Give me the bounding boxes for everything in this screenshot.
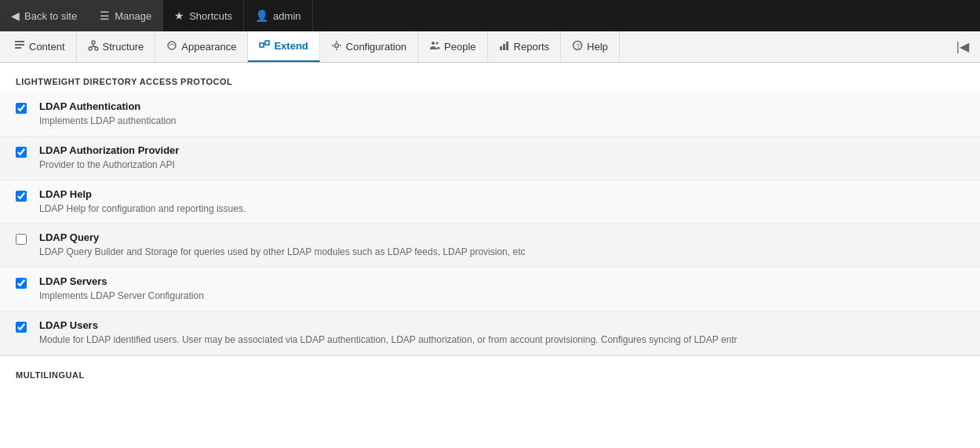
tab-extend-label: Extend: [274, 40, 308, 52]
modules-list: LDAP Authentication Implements LDAP auth…: [0, 93, 980, 355]
tab-configuration-label: Configuration: [346, 41, 406, 53]
module-name: LDAP Servers: [39, 275, 964, 287]
module-name: LDAP Authorization Provider: [39, 144, 964, 156]
admin-link[interactable]: 👤 admin: [244, 0, 312, 31]
svg-text:?: ?: [576, 42, 580, 50]
svg-rect-2: [15, 47, 21, 49]
svg-point-5: [89, 47, 92, 50]
module-description: Implements LDAP Server Configuration: [39, 290, 964, 303]
module-info: LDAP Query LDAP Query Builder and Storag…: [39, 231, 964, 259]
menu-icon: ☰: [100, 9, 110, 22]
shortcuts-link[interactable]: ★ Shortcuts: [163, 0, 244, 31]
structure-icon: [88, 40, 99, 53]
ldap-help-checkbox[interactable]: [16, 191, 27, 202]
svg-point-13: [334, 44, 338, 48]
back-to-site-link[interactable]: ◀ Back to site: [0, 0, 89, 31]
module-info: LDAP Authentication Implements LDAP auth…: [39, 100, 964, 128]
manage-link[interactable]: ☰ Manage: [89, 0, 163, 31]
module-description: LDAP Query Builder and Storage for queri…: [39, 246, 964, 259]
module-description: Module for LDAP identified users. User m…: [39, 333, 964, 347]
module-info: LDAP Servers Implements LDAP Server Conf…: [39, 275, 964, 303]
shortcuts-label: Shortcuts: [189, 10, 232, 22]
svg-point-6: [95, 47, 98, 50]
extend-icon: [259, 39, 270, 53]
help-icon: ?: [572, 40, 583, 53]
tab-appearance-label: Appearance: [181, 41, 236, 53]
svg-rect-11: [265, 41, 269, 45]
module-row: LDAP Authentication Implements LDAP auth…: [0, 93, 980, 137]
svg-rect-18: [506, 42, 508, 50]
svg-point-15: [436, 42, 439, 45]
module-description: Provider to the Authorization API: [39, 158, 964, 172]
back-arrow-icon: ◀: [11, 9, 20, 22]
tab-configuration[interactable]: Configuration: [320, 31, 418, 62]
people-icon: [429, 40, 440, 53]
module-info: LDAP Authorization Provider Provider to …: [39, 144, 964, 172]
module-row: LDAP Query LDAP Query Builder and Storag…: [0, 224, 980, 268]
tab-content[interactable]: Content: [3, 31, 77, 62]
module-info: LDAP Users Module for LDAP identified us…: [39, 319, 964, 347]
admin-bar: ◀ Back to site ☰ Manage ★ Shortcuts 👤 ad…: [0, 0, 980, 31]
module-row: LDAP Authorization Provider Provider to …: [0, 137, 980, 180]
svg-rect-10: [260, 43, 264, 47]
svg-line-7: [90, 46, 93, 47]
tab-people-label: People: [444, 41, 475, 53]
tab-reports-label: Reports: [514, 41, 550, 53]
star-icon: ★: [174, 9, 184, 22]
svg-rect-17: [503, 44, 505, 50]
tab-help[interactable]: ? Help: [561, 31, 620, 62]
admin-label: admin: [273, 10, 301, 22]
back-to-site-label: Back to site: [24, 10, 77, 22]
svg-point-9: [168, 42, 176, 49]
tab-structure[interactable]: Structure: [77, 31, 156, 62]
module-row: LDAP Servers Implements LDAP Server Conf…: [0, 268, 980, 311]
svg-point-3: [92, 41, 95, 44]
ldap-query-checkbox[interactable]: [16, 234, 27, 245]
svg-point-14: [432, 42, 435, 45]
svg-line-8: [93, 46, 97, 47]
secondary-nav: Content Structure Appearance Extend Conf…: [0, 31, 980, 63]
ldap-authorization-provider-checkbox[interactable]: [16, 147, 27, 158]
nav-collapse-button[interactable]: |◀: [949, 39, 977, 54]
module-name: LDAP Query: [39, 231, 964, 243]
tab-extend[interactable]: Extend: [248, 31, 319, 62]
configuration-icon: [331, 40, 342, 53]
tab-appearance[interactable]: Appearance: [155, 31, 248, 62]
user-icon: 👤: [255, 9, 268, 22]
tab-help-label: Help: [587, 41, 608, 53]
reports-icon: [499, 40, 510, 53]
ldap-authentication-checkbox[interactable]: [16, 103, 27, 114]
svg-rect-0: [15, 41, 24, 42]
svg-rect-16: [500, 46, 502, 50]
footer-section-title: Multilingual: [16, 370, 85, 380]
module-row: LDAP Help LDAP Help for configuration an…: [0, 180, 980, 224]
ldap-servers-checkbox[interactable]: [16, 278, 27, 289]
section-header: Lightweight Directory Access Protocol: [0, 63, 980, 93]
module-name: LDAP Authentication: [39, 100, 964, 112]
main-content: Lightweight Directory Access Protocol LD…: [0, 63, 980, 386]
tab-reports[interactable]: Reports: [488, 31, 562, 62]
module-name: LDAP Users: [39, 319, 964, 331]
tab-structure-label: Structure: [103, 41, 144, 53]
appearance-icon: [166, 40, 177, 53]
module-row: LDAP Users Module for LDAP identified us…: [0, 311, 980, 355]
tab-content-label: Content: [29, 41, 65, 53]
module-description: Implements LDAP authentication: [39, 115, 964, 128]
tab-people[interactable]: People: [418, 31, 487, 62]
section-title: Lightweight Directory Access Protocol: [16, 77, 232, 86]
ldap-users-checkbox[interactable]: [16, 322, 27, 333]
module-name: LDAP Help: [39, 188, 964, 200]
svg-rect-1: [15, 44, 24, 46]
footer-section-header: Multilingual: [0, 355, 980, 386]
module-description: LDAP Help for configuration and reportin…: [39, 202, 964, 216]
manage-label: Manage: [115, 10, 151, 22]
module-info: LDAP Help LDAP Help for configuration an…: [39, 188, 964, 216]
content-icon: [14, 40, 25, 53]
